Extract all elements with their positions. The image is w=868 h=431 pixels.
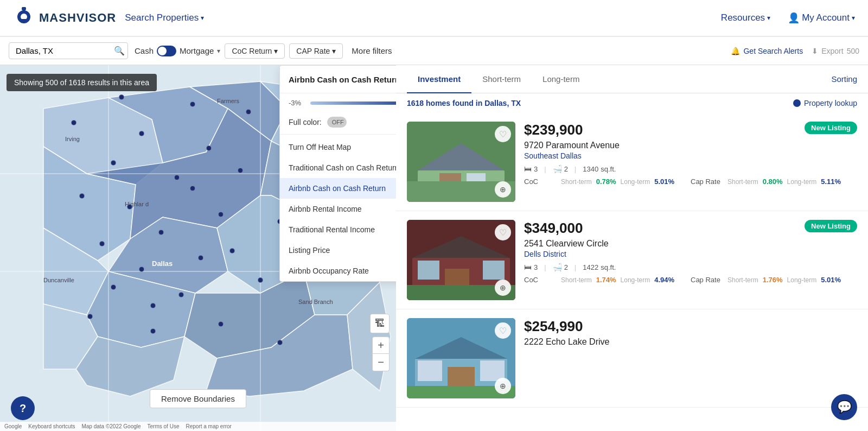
compare-button-3[interactable]: ⊕ bbox=[495, 378, 511, 394]
zoom-out-button[interactable]: − bbox=[372, 354, 390, 371]
svg-text:Irving: Irving bbox=[65, 136, 80, 142]
coc-metric-row-1: CoC Short-term 0.78% Long-term 5.01% bbox=[524, 178, 691, 186]
coc-dropdown: Airbnb Cash on Cash Return ∧ -3% 13% Ful… bbox=[279, 65, 396, 282]
header-left: MASHVISOR Search Properties ▾ bbox=[13, 7, 204, 29]
export-button[interactable]: ⬇ Export 500 bbox=[812, 47, 859, 55]
favorite-button-3[interactable]: ♡ bbox=[495, 322, 511, 339]
zoom-in-button[interactable]: + bbox=[372, 337, 390, 354]
search-submit-button[interactable]: 🔍 bbox=[114, 46, 125, 56]
property-info-3: $254,990 2222 Echo Lake Drive bbox=[524, 318, 857, 398]
cap-long-val-2: 5.01% bbox=[821, 276, 841, 284]
remove-boundaries-button[interactable]: Remove Boundaries bbox=[150, 389, 246, 408]
cap-short-label-1: Short-term bbox=[727, 178, 758, 186]
nav-account[interactable]: 👤 My Account ▾ bbox=[788, 12, 855, 24]
property-neighborhood-2[interactable]: Dells District bbox=[524, 250, 857, 258]
logo[interactable]: MASHVISOR bbox=[13, 7, 116, 29]
property-price-3: $254,990 bbox=[524, 318, 583, 335]
nav-left: Search Properties ▾ bbox=[125, 12, 204, 23]
property-info-2: $349,000 New Listing 2541 Clearview Circ… bbox=[524, 220, 857, 300]
beds-spec-1: 🛏 3 bbox=[524, 164, 538, 173]
dropdown-header: Airbnb Cash on Cash Return ∧ bbox=[280, 66, 396, 93]
coc-return-filter-button[interactable]: CoC Return ▾ bbox=[225, 43, 285, 59]
property-price-2: $349,000 bbox=[524, 220, 583, 237]
compare-button-1[interactable]: ⊕ bbox=[495, 181, 511, 198]
zoom-controls: + − bbox=[372, 337, 390, 371]
tab-short-term[interactable]: Short-term bbox=[471, 65, 532, 93]
property-image-3: ♡ ⊕ bbox=[407, 318, 515, 398]
cash-mortgage-toggle[interactable] bbox=[157, 46, 176, 56]
logo-icon bbox=[13, 7, 35, 29]
svg-text:Duncanville: Duncanville bbox=[43, 277, 74, 283]
bed-icon-2: 🛏 bbox=[524, 263, 532, 271]
dropdown-item-3[interactable]: Airbnb Rental Income bbox=[280, 199, 396, 219]
coc-chevron-icon: ▾ bbox=[274, 47, 278, 55]
map-overlay-text: Showing 500 of 1618 results in this area bbox=[7, 74, 157, 91]
coc-short-val-1: 0.78% bbox=[596, 178, 616, 186]
filter-group: Cash Mortgage ▾ CoC Return ▾ CAP Rate ▾ … bbox=[135, 43, 392, 59]
mortgage-chevron-icon: ▾ bbox=[217, 47, 220, 55]
search-chevron-icon: ▾ bbox=[201, 14, 204, 22]
nav-search-properties[interactable]: Search Properties ▾ bbox=[125, 12, 204, 23]
cap-rate-filter-button[interactable]: CAP Rate ▾ bbox=[289, 43, 343, 59]
dropdown-divider bbox=[280, 134, 396, 135]
nav-resources[interactable]: Resources ▾ bbox=[721, 12, 770, 23]
help-button[interactable]: ? bbox=[11, 396, 35, 420]
property-address-1: 9720 Paramount Avenue bbox=[524, 141, 857, 150]
fullcolor-toggle[interactable]: OFF bbox=[327, 117, 347, 128]
range-track[interactable] bbox=[310, 102, 396, 105]
coc-short-val-2: 1.74% bbox=[596, 276, 616, 284]
coc-label-2: CoC bbox=[524, 276, 557, 284]
more-filters-button[interactable]: More filters bbox=[352, 46, 392, 55]
dropdown-item-1[interactable]: Traditional Cash on Cash Return bbox=[280, 157, 396, 178]
cap-chevron-icon: ▾ bbox=[332, 47, 336, 55]
coc-long-val-2: 4.94% bbox=[654, 276, 674, 284]
dropdown-item-4[interactable]: Traditional Rental Income bbox=[280, 219, 396, 240]
price-row-1: $239,900 New Listing bbox=[524, 122, 857, 138]
favorite-button-1[interactable]: ♡ bbox=[495, 126, 511, 142]
compare-button-2[interactable]: ⊕ bbox=[495, 280, 511, 296]
cash-label: Cash bbox=[135, 46, 154, 55]
svg-rect-45 bbox=[483, 261, 505, 280]
svg-point-3 bbox=[22, 7, 26, 11]
svg-rect-51 bbox=[418, 360, 442, 381]
property-address-2: 2541 Clearview Circle bbox=[524, 239, 857, 249]
search-input[interactable] bbox=[9, 42, 128, 59]
search-input-wrap: 🔍 bbox=[9, 42, 128, 59]
cap-long-label-1: Long-term bbox=[787, 178, 817, 186]
dropdown-item-2[interactable]: Airbnb Cash on Cash Return bbox=[280, 178, 396, 199]
baths-spec-2: 🛁 2 bbox=[553, 263, 568, 271]
beds-spec-2: 🛏 3 bbox=[524, 263, 538, 271]
map-background: Irving Highlar d Dallas Duncanville Hear… bbox=[0, 65, 396, 431]
tab-long-term[interactable]: Long-term bbox=[532, 65, 590, 93]
price-row-2: $349,000 New Listing bbox=[524, 220, 857, 237]
favorite-button-2[interactable]: ♡ bbox=[495, 224, 511, 240]
coc-long-label-1: Long-term bbox=[621, 178, 650, 186]
fullcolor-row: Full color: OFF bbox=[280, 112, 396, 132]
svg-rect-44 bbox=[418, 261, 439, 280]
nav-right: Resources ▾ 👤 My Account ▾ bbox=[721, 12, 855, 24]
dropdown-item-6[interactable]: Airbnb Occupancy Rate bbox=[280, 261, 396, 281]
sorting-button[interactable]: Sorting bbox=[831, 74, 857, 84]
property-metrics-1: CoC Short-term 0.78% Long-term 5.01% Cap… bbox=[524, 178, 857, 186]
coc-metric-row-2: CoC Short-term 1.74% Long-term 4.94% bbox=[524, 276, 691, 284]
property-lookup-button[interactable]: Property lookup bbox=[793, 99, 857, 107]
svg-text:Farmers: Farmers bbox=[217, 98, 239, 104]
property-metrics-2: CoC Short-term 1.74% Long-term 4.94% Cap… bbox=[524, 276, 857, 284]
chat-button[interactable]: 💬 bbox=[831, 394, 857, 420]
results-tabs: Investment Short-term Long-term Sorting bbox=[396, 65, 868, 93]
map-footer: Google Keyboard shortcuts Map data ©2022… bbox=[0, 422, 396, 431]
tab-investment[interactable]: Investment bbox=[407, 65, 471, 93]
map-area[interactable]: Irving Highlar d Dallas Duncanville Hear… bbox=[0, 65, 396, 431]
cap-long-val-1: 5.11% bbox=[821, 178, 841, 186]
cap-label-1: Cap Rate bbox=[691, 178, 723, 186]
get-search-alerts-button[interactable]: 🔔 Get Search Alerts bbox=[731, 47, 803, 55]
dropdown-item-0[interactable]: Turn Off Heat Map bbox=[280, 137, 396, 157]
property-neighborhood-1[interactable]: Southeast Dallas bbox=[524, 151, 857, 160]
property-card-2: ♡ ⊕ $349,000 New Listing 2541 Clearview … bbox=[396, 211, 868, 309]
account-icon: 👤 bbox=[788, 12, 800, 24]
search-actions: 🔔 Get Search Alerts ⬇ Export 500 bbox=[731, 47, 859, 55]
property-image-1: ♡ ⊕ bbox=[407, 122, 515, 202]
dropdown-item-5[interactable]: Listing Price bbox=[280, 240, 396, 261]
resources-chevron-icon: ▾ bbox=[767, 14, 770, 22]
map-layers-button[interactable]: 🏗 bbox=[370, 314, 390, 333]
